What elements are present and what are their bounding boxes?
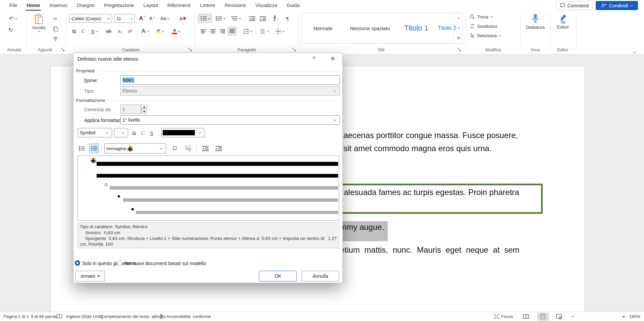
close-icon[interactable]: ✕ [330, 55, 335, 62]
appunti-dialog-launcher[interactable] [61, 48, 65, 52]
focus-icon[interactable] [494, 314, 499, 321]
tab-riferimenti[interactable]: Riferimenti [163, 0, 195, 11]
undo-button[interactable]: ↶ [6, 14, 19, 23]
copy-button[interactable] [50, 25, 60, 33]
increase-indent-button[interactable] [258, 14, 268, 23]
document-text-border-box[interactable]: alesuada fames ac turpis egestas. Proin … [335, 184, 543, 214]
underline-button[interactable]: S [88, 27, 101, 36]
focus-mode-button[interactable]: Focus [501, 312, 513, 321]
accessibility-status[interactable]: Accessibilità: conforme [166, 312, 211, 321]
bullet-image-combo[interactable]: Immagine: [104, 143, 166, 153]
align-center-button[interactable] [209, 27, 217, 36]
bold-button[interactable]: G [70, 27, 78, 36]
document-text-line[interactable]: etium mattis, nunc. Mauris eget neque at… [340, 245, 520, 255]
line-spacing-button[interactable] [241, 27, 254, 36]
collapse-ribbon-button[interactable] [633, 48, 635, 54]
align-left-button[interactable] [199, 27, 208, 36]
word-count[interactable]: 9 di 86 parole [31, 312, 57, 321]
tab-lettere[interactable]: Lettere [195, 0, 220, 11]
document-text-boxed[interactable]: alesuada fames ac turpis egestas. Proin … [344, 188, 519, 197]
proofing-icon[interactable] [56, 314, 62, 321]
radio-only-this-document[interactable] [75, 260, 80, 266]
change-case-button[interactable]: Aa [158, 14, 172, 23]
styles-gallery-up[interactable] [454, 13, 463, 23]
language-indicator[interactable]: Inglese (Stati Uniti) [66, 312, 103, 321]
dialog-decrease-indent-button[interactable] [200, 143, 211, 153]
font-size-combo[interactable]: 11 [114, 14, 135, 23]
share-button[interactable]: Condividi [596, 1, 638, 10]
tab-layout[interactable]: Layout [139, 0, 163, 11]
tab-guida[interactable]: Guida [282, 0, 304, 11]
decrease-indent-button[interactable] [247, 14, 257, 23]
align-right-button[interactable] [218, 27, 227, 36]
dialog-underline-button[interactable]: S [148, 129, 156, 137]
sort-button[interactable]: AZ ↓ [270, 14, 282, 23]
style-titolo-1[interactable]: Titolo 1 [404, 13, 428, 43]
grow-font-button[interactable]: A [138, 14, 147, 23]
bullet-font-combo[interactable]: Symbol [78, 128, 112, 137]
document-text-highlighted[interactable]: mmy augue. [340, 222, 384, 232]
paragrafo-dialog-launcher[interactable] [292, 48, 297, 52]
shrink-font-button[interactable]: A [148, 14, 156, 23]
redo-button[interactable]: ↻ [6, 25, 15, 34]
stili-dialog-launcher[interactable] [458, 48, 462, 52]
show-paragraph-marks-button[interactable]: ¶ [283, 14, 292, 23]
zoom-level[interactable]: 160% [629, 312, 640, 321]
zoom-in-button[interactable]: + [622, 312, 625, 321]
tab-revisione[interactable]: Revisione [220, 0, 251, 11]
page-indicator[interactable]: Pagina 1 di 1 [3, 312, 29, 321]
style-normale[interactable]: Normale [314, 13, 333, 43]
bullets-button[interactable] [198, 14, 212, 23]
dialog-italic-button[interactable]: C [139, 129, 147, 137]
ok-button[interactable]: OK [259, 271, 297, 281]
carattere-dialog-launcher[interactable] [189, 48, 193, 52]
comments-button[interactable]: Commenti [556, 1, 592, 10]
font-color-button[interactable]: A [169, 27, 183, 36]
style-nessuna-spaziatura[interactable]: Nessuna spaziatu [350, 13, 390, 43]
document-text-line[interactable]: sit amet commodo magna eros quis urna. [343, 144, 492, 153]
radio-new-documents[interactable] [117, 260, 122, 266]
bullet-color-combo[interactable] [161, 128, 204, 137]
read-mode-button[interactable] [523, 314, 529, 321]
dialog-increase-indent-button[interactable] [213, 143, 224, 153]
numbering-button[interactable] [213, 14, 227, 23]
format-menu-button[interactable]: oFrmato [75, 271, 105, 281]
spinner-up-button[interactable] [141, 105, 147, 109]
tab-home[interactable]: Home [22, 0, 45, 11]
document-text-line[interactable]: aecenas porttitor congue massa. Fusce po… [343, 131, 518, 140]
superscript-button[interactable]: x² [125, 27, 135, 36]
name-input[interactable]: Stile1 [120, 75, 340, 85]
document-highlighted-block[interactable]: mmy augue. [338, 221, 388, 241]
editor-button[interactable]: Editor [554, 13, 572, 29]
shading-button[interactable] [258, 27, 271, 36]
symbol-button[interactable]: Ω [169, 143, 180, 153]
highlight-color-button[interactable] [153, 27, 167, 36]
styles-gallery-down[interactable] [454, 23, 463, 33]
format-painter-button[interactable] [50, 35, 60, 43]
cancel-button[interactable]: Annulla [302, 271, 339, 281]
web-layout-button[interactable] [556, 314, 562, 321]
tab-disegno[interactable]: Disegno [72, 0, 99, 11]
italic-button[interactable]: C [79, 27, 87, 36]
paste-button[interactable]: Incolla [29, 13, 49, 32]
apply-to-combo[interactable]: 1° livello [120, 115, 340, 125]
find-button[interactable]: Trova [470, 14, 492, 19]
select-button[interactable]: Seleziona [470, 33, 501, 38]
styles-gallery-more[interactable] [454, 33, 463, 43]
multilevel-list-button[interactable] [229, 14, 243, 23]
print-layout-button[interactable] [537, 313, 549, 321]
dictate-button[interactable]: Dettatura [525, 13, 545, 30]
text-effects-button[interactable]: A [139, 27, 151, 36]
picture-button[interactable] [183, 143, 194, 153]
tab-inserisci[interactable]: Inserisci [45, 0, 72, 11]
dialog-numbering-button[interactable] [77, 143, 87, 153]
help-button[interactable]: ? [312, 55, 315, 61]
radio-new-documents-label[interactable]: Nei nuovi documenti basati sul modello [124, 261, 206, 266]
tab-file[interactable]: File [5, 0, 22, 11]
replace-button[interactable]: Sostituisci [470, 23, 497, 29]
dialog-bullets-button[interactable] [89, 143, 99, 153]
zoom-out-button[interactable]: − [571, 312, 574, 321]
borders-button[interactable] [272, 27, 287, 36]
dialog-bold-button[interactable]: G [130, 129, 138, 137]
bullet-size-combo[interactable] [114, 128, 128, 137]
